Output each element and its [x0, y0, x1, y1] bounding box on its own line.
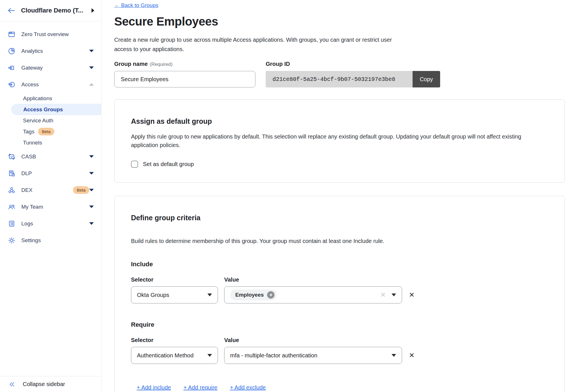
require-selector-dropdown[interactable]: Authentication Method: [131, 347, 218, 364]
sidebar-item-label: DEX: [21, 187, 69, 193]
sidebar-item-casb[interactable]: CASB: [0, 148, 101, 165]
require-selector-value: Authentication Method: [137, 352, 194, 359]
page-description: Create a new rule group to use across mu…: [114, 35, 393, 54]
add-include-link[interactable]: + Add include: [137, 384, 171, 391]
sidebar-item-zero-trust-overview[interactable]: Zero Trust overview: [0, 26, 101, 43]
chevron-down-icon: [392, 294, 396, 296]
sidebar-item-label: Access Groups: [23, 106, 63, 113]
clear-value-icon[interactable]: ✕: [380, 291, 386, 299]
sidebar-item-label: Settings: [21, 237, 94, 244]
include-heading: Include: [131, 261, 548, 268]
team-icon: [7, 203, 16, 211]
sidebar-item-tunnels[interactable]: Tunnels: [0, 137, 101, 148]
main-content: ← Back to Groups Secure Employees Create…: [114, 0, 565, 392]
default-group-card-description: Apply this rule group to new application…: [131, 132, 537, 149]
add-require-link[interactable]: + Add require: [184, 384, 218, 391]
beta-badge: Beta: [38, 128, 54, 135]
default-group-checkbox[interactable]: [131, 161, 138, 168]
back-to-groups-link[interactable]: ← Back to Groups: [114, 2, 158, 9]
remove-include-rule-icon[interactable]: ✕: [409, 292, 415, 298]
default-group-checkbox-row: Set as default group: [131, 161, 548, 168]
sidebar-item-dex[interactable]: DEX Beta: [0, 182, 101, 198]
doc-lock-icon: [7, 170, 16, 177]
sidebar-item-label: DLP: [21, 170, 89, 177]
require-rule-row: Authentication Method mfa - multiple-fac…: [131, 347, 548, 364]
copy-button[interactable]: Copy: [413, 71, 440, 87]
page-title: Secure Employees: [114, 15, 565, 28]
chevron-down-icon[interactable]: [89, 50, 94, 52]
criteria-card: Define group criteria Build rules to det…: [114, 196, 565, 392]
chevron-down-icon[interactable]: [89, 172, 94, 175]
require-value: mfa - multiple-factor authentication: [230, 352, 317, 359]
sidebar-item-applications[interactable]: Applications: [0, 93, 101, 104]
group-id-value: d21ce80f-5a25-4bcf-9b07-5032197e3be8: [266, 71, 413, 87]
chevron-right-icon[interactable]: [91, 8, 94, 13]
sidebar-item-label: Tunnels: [23, 140, 42, 146]
value-chip-label: Employees: [235, 292, 264, 298]
group-name-field-group: Group name(Required): [114, 61, 266, 87]
sidebar-nav: Zero Trust overview Analytics Gateway Ac…: [0, 21, 101, 249]
chevron-down-icon: [207, 294, 212, 296]
include-value-label: Value: [224, 276, 239, 283]
sidebar-item-label: Service Auth: [23, 118, 53, 124]
group-name-input[interactable]: [114, 71, 255, 87]
sidebar-item-access[interactable]: Access: [0, 76, 101, 93]
sidebar-item-label: CASB: [21, 154, 89, 160]
sidebar-item-access-groups[interactable]: Access Groups: [11, 104, 101, 115]
gateway-icon: [7, 64, 16, 72]
criteria-card-description: Build rules to determine membership of t…: [131, 237, 537, 245]
sidebar-item-label: Logs: [21, 221, 89, 227]
sidebar-item-label: Analytics: [21, 48, 89, 54]
include-column-labels: Selector Value: [131, 276, 548, 283]
include-rule-row: Okta Groups Employees ✕ ✕ ✕: [131, 286, 548, 303]
require-selector-label: Selector: [131, 337, 224, 343]
sidebar-item-service-auth[interactable]: Service Auth: [0, 115, 101, 126]
sidebar-account-header: Cloudflare Demo (T...: [0, 0, 101, 21]
collapse-sidebar-button[interactable]: Collapse sidebar: [0, 376, 101, 392]
double-chevron-left-icon: [9, 381, 15, 388]
include-selector-value: Okta Groups: [137, 292, 169, 298]
include-value-multiselect[interactable]: Employees ✕ ✕: [224, 286, 402, 303]
default-group-card-title: Assign as default group: [131, 117, 548, 125]
sidebar-item-analytics[interactable]: Analytics: [0, 43, 101, 59]
chevron-down-icon[interactable]: [89, 189, 94, 191]
group-id-field-group: Group ID d21ce80f-5a25-4bcf-9b07-5032197…: [266, 61, 440, 87]
chevron-down-icon: [207, 354, 212, 357]
chevron-down-icon[interactable]: [89, 66, 94, 69]
rule-action-links: + Add include + Add require + Add exclud…: [131, 384, 548, 391]
sidebar-item-gateway[interactable]: Gateway: [0, 59, 101, 76]
sidebar-item-dlp[interactable]: DLP: [0, 165, 101, 182]
require-column-labels: Selector Value: [131, 337, 548, 343]
sidebar-item-settings[interactable]: Settings: [0, 232, 101, 249]
chip-remove-icon[interactable]: ✕: [267, 291, 274, 299]
chevron-down-icon[interactable]: [89, 222, 94, 225]
pie-chart-icon: [7, 47, 16, 55]
sidebar-item-logs[interactable]: Logs: [0, 215, 101, 232]
sidebar-item-label: Tags: [23, 129, 34, 135]
sidebar: Cloudflare Demo (T... Zero Trust overvie…: [0, 0, 101, 392]
require-heading: Require: [131, 321, 548, 328]
value-chip: Employees ✕: [230, 290, 277, 300]
sidebar-item-label: Zero Trust overview: [21, 31, 94, 37]
sidebar-item-tags[interactable]: Tags Beta: [0, 126, 101, 137]
default-group-card: Assign as default group Apply this rule …: [114, 99, 565, 183]
window-icon: [7, 31, 16, 38]
include-selector-label: Selector: [131, 276, 224, 283]
sidebar-item-my-team[interactable]: My Team: [0, 198, 101, 215]
chevron-down-icon[interactable]: [89, 206, 94, 208]
chevron-up-icon[interactable]: [89, 83, 94, 86]
sidebar-item-label: My Team: [21, 204, 89, 210]
account-title[interactable]: Cloudflare Demo (T...: [21, 7, 91, 14]
remove-require-rule-icon[interactable]: ✕: [409, 352, 415, 359]
sidebar-item-label: Gateway: [21, 65, 89, 71]
network-icon: [7, 186, 16, 194]
add-exclude-link[interactable]: + Add exclude: [230, 384, 266, 391]
group-id-label: Group ID: [266, 61, 440, 67]
group-name-id-row: Group name(Required) Group ID d21ce80f-5…: [114, 61, 565, 87]
beta-badge: Beta: [73, 186, 89, 194]
group-name-label: Group name(Required): [114, 61, 266, 67]
chevron-down-icon[interactable]: [89, 155, 94, 158]
require-value-dropdown[interactable]: mfa - multiple-factor authentication: [224, 347, 402, 364]
back-arrow-icon[interactable]: [7, 7, 15, 14]
include-selector-dropdown[interactable]: Okta Groups: [131, 286, 218, 303]
